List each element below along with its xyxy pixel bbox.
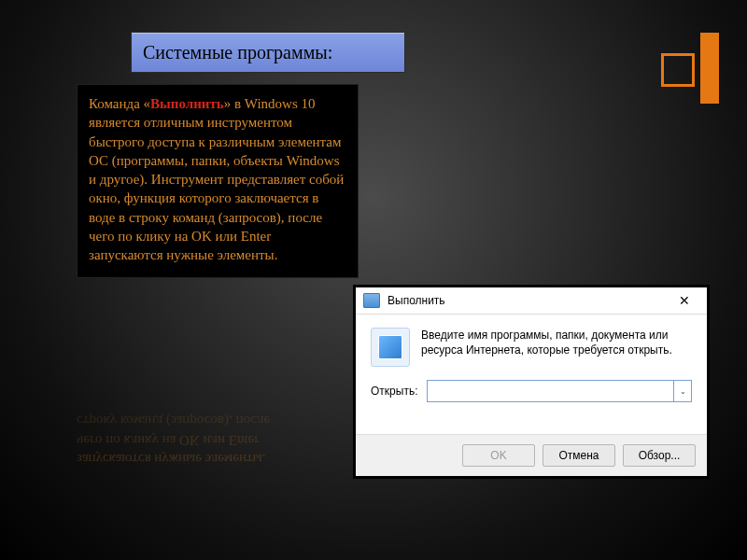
run-titlebar: Выполнить ✕ <box>356 287 707 315</box>
slide-title-text: Системные программы: <box>143 42 332 63</box>
info-reflection: запускаются нужные элементы. чего по кли… <box>77 347 357 469</box>
run-dialog-frame: Выполнить ✕ Введите имя программы, папки… <box>353 285 710 479</box>
close-icon[interactable]: ✕ <box>669 293 699 308</box>
info-post: » в Windows 10 является отличным инструм… <box>89 96 344 262</box>
slide-root: Системные программы: Команда «Выполнить»… <box>0 0 747 560</box>
run-program-icon <box>371 328 410 367</box>
run-open-row: Открыть: ⌄ <box>356 374 707 402</box>
info-text-box: Команда «Выполнить» в Windows 10 являетс… <box>77 84 359 278</box>
info-pre: Команда « <box>89 96 150 111</box>
reflection-line: строку команд (запросов), после <box>77 412 357 430</box>
run-titlebar-icon <box>363 293 380 308</box>
run-button-bar: OK Отмена Обзор... <box>356 434 707 476</box>
ok-button[interactable]: OK <box>462 444 535 467</box>
browse-button[interactable]: Обзор... <box>623 444 696 467</box>
slide-title: Системные программы: <box>131 32 405 73</box>
open-input[interactable] <box>428 381 672 401</box>
run-instruction: Введите имя программы, папки, документа … <box>421 328 692 367</box>
decoration-square <box>661 53 695 87</box>
decoration-bar <box>700 33 719 104</box>
reflection-line: чего по клику на OK или Enter <box>77 431 357 450</box>
open-label: Открыть: <box>371 385 427 398</box>
cancel-button[interactable]: Отмена <box>543 444 615 467</box>
chevron-down-icon[interactable]: ⌄ <box>673 381 691 401</box>
info-highlight: Выполнить <box>150 96 224 111</box>
open-combobox[interactable]: ⌄ <box>427 380 692 402</box>
run-body: Введите имя программы, папки, документа … <box>356 315 707 374</box>
run-dialog: Выполнить ✕ Введите имя программы, папки… <box>356 287 707 476</box>
reflection-line: запускаются нужные элементы. <box>77 450 357 469</box>
run-title: Выполнить <box>388 294 669 307</box>
